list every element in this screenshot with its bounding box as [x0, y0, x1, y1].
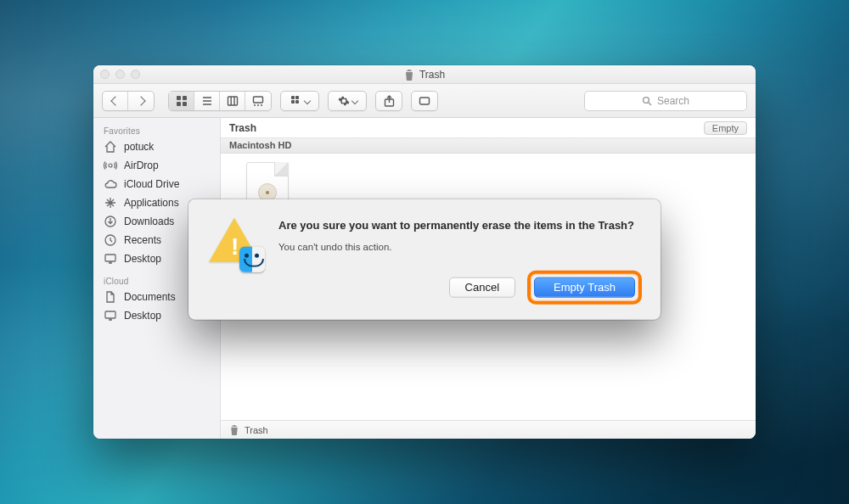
svg-point-22 [109, 164, 112, 167]
cancel-button[interactable]: Cancel [449, 277, 515, 297]
chevron-down-icon [351, 97, 357, 104]
search-icon [642, 96, 652, 106]
applications-icon [104, 196, 117, 210]
empty-trash-inline-button[interactable]: Empty [704, 121, 747, 135]
svg-rect-14 [291, 96, 295, 99]
svg-rect-10 [254, 97, 263, 103]
zoom-window-button[interactable] [131, 70, 140, 79]
share-button[interactable] [375, 91, 402, 111]
airdrop-icon [104, 159, 117, 172]
svg-rect-26 [105, 311, 115, 318]
close-window-button[interactable] [100, 70, 110, 79]
search-field[interactable]: Search [584, 91, 747, 111]
trash-icon [229, 424, 239, 435]
desktop-icon [104, 252, 117, 266]
trash-icon [404, 69, 414, 81]
warning-icon [207, 218, 261, 269]
svg-rect-19 [420, 98, 430, 104]
minimize-window-button[interactable] [115, 70, 125, 79]
path-bar: Trash [221, 420, 756, 439]
empty-trash-dialog: Are you sure you want to permanently era… [188, 199, 661, 320]
svg-rect-0 [177, 96, 181, 100]
sidebar-heading-favorites: Favorites [93, 123, 220, 137]
chevron-down-icon [303, 97, 310, 104]
documents-icon [104, 290, 117, 304]
sidebar-item-label: Downloads [124, 216, 174, 227]
toolbar: Search [93, 84, 756, 118]
svg-rect-3 [183, 102, 187, 106]
cloud-icon [104, 177, 117, 191]
sidebar-item-label: Applications [124, 197, 179, 209]
view-icon-grid-button[interactable] [169, 92, 194, 110]
home-icon [104, 140, 117, 154]
svg-line-21 [649, 103, 651, 105]
finder-window: Trash [93, 65, 756, 439]
svg-rect-17 [295, 100, 299, 104]
svg-rect-2 [177, 102, 181, 106]
sidebar-item-label: Documents [124, 291, 176, 303]
path-bar-label: Trash [245, 425, 268, 435]
svg-rect-25 [105, 255, 115, 261]
group-by-button[interactable] [280, 91, 319, 111]
sidebar-item-label: AirDrop [124, 160, 159, 171]
desktop-icon [104, 309, 117, 322]
dialog-subtitle: You can't undo this action. [278, 241, 642, 251]
tutorial-highlight: Empty Trash [527, 270, 642, 304]
tags-button[interactable] [411, 91, 438, 111]
window-title: Trash [419, 69, 445, 81]
sidebar-item-label: Recents [124, 234, 161, 246]
action-menu-button[interactable] [328, 91, 367, 111]
svg-point-20 [644, 97, 649, 103]
sidebar-item-label: iCloud Drive [124, 178, 179, 190]
view-mode-segment [168, 91, 272, 111]
forward-button[interactable] [128, 92, 154, 110]
sidebar-item-label: Desktop [124, 310, 161, 322]
view-columns-button[interactable] [220, 92, 245, 110]
sidebar-item-label: potuck [124, 141, 154, 153]
svg-rect-15 [291, 100, 295, 104]
empty-trash-confirm-button[interactable]: Empty Trash [534, 277, 635, 297]
svg-rect-16 [295, 96, 299, 99]
recents-icon [104, 233, 117, 247]
window-controls [100, 70, 140, 79]
svg-rect-1 [183, 96, 187, 100]
nav-back-forward [102, 91, 155, 111]
search-placeholder: Search [657, 95, 689, 107]
downloads-icon [104, 215, 117, 228]
location-title: Trash [229, 122, 256, 134]
view-gallery-button[interactable] [245, 92, 271, 110]
back-button[interactable] [103, 92, 128, 110]
sidebar-item-icloud-drive[interactable]: iCloud Drive [93, 175, 220, 193]
sidebar-item-label: Desktop [124, 253, 161, 265]
titlebar: Trash [93, 65, 756, 84]
volume-header: Macintosh HD [221, 138, 756, 154]
view-list-button[interactable] [194, 92, 220, 110]
sidebar-item-airdrop[interactable]: AirDrop [93, 156, 220, 175]
sidebar-item-home[interactable]: potuck [93, 137, 220, 156]
dialog-title: Are you sure you want to permanently era… [278, 218, 642, 233]
svg-rect-7 [228, 97, 237, 105]
finder-icon [239, 247, 265, 272]
